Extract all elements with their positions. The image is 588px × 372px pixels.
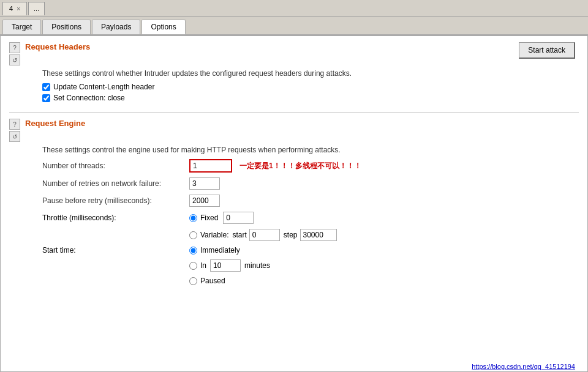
throttle-variable-radio[interactable] <box>189 231 197 239</box>
set-connection-label: Set Connection: close <box>53 94 125 102</box>
request-engine-body: These settings control the engine used f… <box>42 146 579 285</box>
throttle-fixed-row: Throttle (milliseconds): Fixed <box>42 212 579 224</box>
tab-payloads[interactable]: Payloads <box>92 20 140 34</box>
tab-positions[interactable]: Positions <box>42 20 91 34</box>
section-icons-rh: ? ↺ <box>9 42 20 65</box>
title-bar: 4 × ... <box>0 0 588 17</box>
checkbox-update-content-length: Update Content-Length header <box>42 83 579 91</box>
section-header-re: ? ↺ Request Engine <box>9 119 579 142</box>
set-connection-checkbox[interactable] <box>42 94 50 102</box>
request-headers-desc: These settings control whether Intruder … <box>42 69 579 78</box>
retries-input[interactable] <box>189 177 220 190</box>
throttle-fixed-label: Fixed <box>200 214 218 222</box>
request-headers-body: These settings control whether Intruder … <box>42 69 579 102</box>
close-icon[interactable]: × <box>17 6 20 12</box>
dots-label: ... <box>34 5 39 12</box>
content-area: Start attack ? ↺ Request Headers These s… <box>0 35 588 372</box>
pause-retry-label: Pause before retry (milliseconds): <box>42 196 189 205</box>
pause-retry-input[interactable] <box>189 195 220 207</box>
more-tabs-button[interactable]: ... <box>28 2 45 15</box>
throttle-step-input[interactable] <box>300 229 337 241</box>
tab-options[interactable]: Options <box>141 20 185 34</box>
help-icon-re[interactable]: ? <box>9 119 20 130</box>
request-headers-section: ? ↺ Request Headers These settings contr… <box>9 42 579 102</box>
start-time-paused-row: Paused <box>42 277 579 285</box>
checkbox-set-connection: Set Connection: close <box>42 94 579 102</box>
tab-number: 4 <box>9 5 13 12</box>
request-engine-desc: These settings control the engine used f… <box>42 146 579 154</box>
update-content-length-checkbox[interactable] <box>42 83 50 91</box>
section-icons-re: ? ↺ <box>9 119 20 142</box>
refresh-icon-re[interactable]: ↺ <box>9 131 20 142</box>
starttime-paused-label: Paused <box>200 277 225 285</box>
section-divider <box>9 112 579 113</box>
starttime-paused-radio[interactable] <box>189 277 197 285</box>
tab-target[interactable]: Target <box>2 20 41 34</box>
starttime-in-radio[interactable] <box>189 262 197 270</box>
throttle-start-input[interactable] <box>249 229 280 241</box>
start-attack-button[interactable]: Start attack <box>519 42 575 59</box>
throttle-fixed-radio[interactable] <box>189 214 197 222</box>
request-headers-title: Request Headers <box>25 42 90 51</box>
throttle-step-label: step <box>284 231 298 239</box>
start-time-in-row: In minutes <box>42 259 579 272</box>
section-header-rh: ? ↺ Request Headers <box>9 42 579 65</box>
start-time-immediately-row: Start time: Immediately <box>42 246 579 255</box>
throttle-variable-label: Variable: <box>200 231 228 239</box>
threads-label: Number of threads: <box>42 162 189 170</box>
main-tabs: Target Positions Payloads Options <box>0 17 588 35</box>
threads-row: Number of threads: 一定要是1！！！多线程不可以！！！ <box>42 159 579 173</box>
request-engine-title: Request Engine <box>25 119 85 128</box>
update-content-length-label: Update Content-Length header <box>53 83 154 91</box>
starttime-immediately-label: Immediately <box>200 246 240 255</box>
starttime-in-label: In <box>200 261 206 270</box>
threads-input[interactable] <box>189 159 232 173</box>
retries-row: Number of retries on network failure: <box>42 177 579 190</box>
pause-retry-row: Pause before retry (milliseconds): <box>42 195 579 207</box>
starttime-immediately-radio[interactable] <box>189 247 197 255</box>
throttle-start-label: start <box>232 231 246 239</box>
threads-annotation: 一定要是1！！！多线程不可以！！！ <box>239 161 361 171</box>
request-engine-section: ? ↺ Request Engine These settings contro… <box>9 119 579 285</box>
start-time-label: Start time: <box>42 246 189 255</box>
help-icon-rh[interactable]: ? <box>9 42 20 53</box>
starttime-in-input[interactable] <box>210 259 241 272</box>
tab-4-button[interactable]: 4 × <box>2 2 27 15</box>
watermark: https://blog.csdn.net/qq_41512194 <box>472 363 575 370</box>
throttle-fixed-input[interactable] <box>223 212 254 224</box>
retries-label: Number of retries on network failure: <box>42 179 189 188</box>
refresh-icon-rh[interactable]: ↺ <box>9 54 20 65</box>
throttle-variable-row: Variable: start step <box>42 229 579 241</box>
throttle-label: Throttle (milliseconds): <box>42 214 189 222</box>
starttime-minutes-label: minutes <box>244 261 270 270</box>
